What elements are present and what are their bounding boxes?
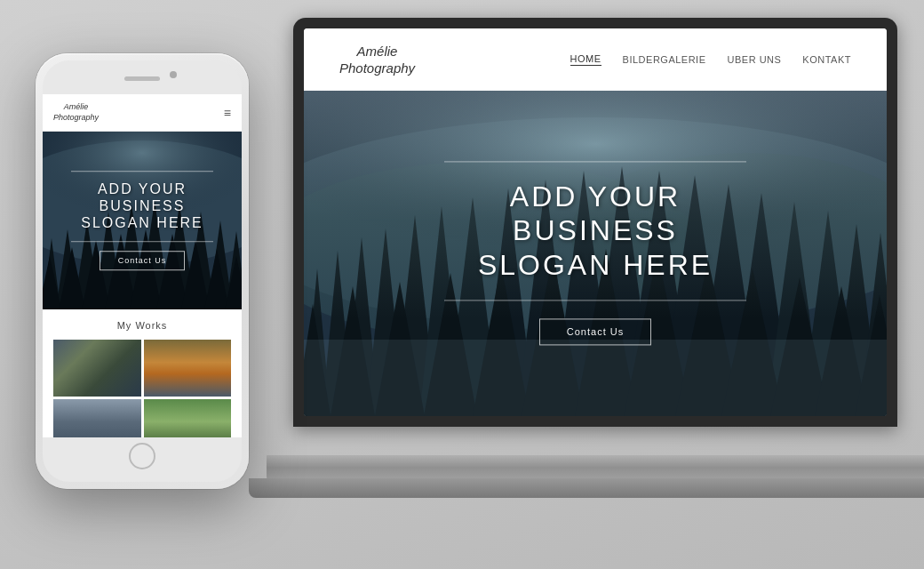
phone-works-grid <box>53 340 231 437</box>
phone-hero-title: ADD YOUR BUSINESS SLOGAN HERE <box>71 180 213 232</box>
scene: Amélie Photography HOME BILDERGALERIE UB… <box>0 0 924 569</box>
laptop-logo-line1: Amélie <box>357 44 398 59</box>
laptop-nav-bildergalerie[interactable]: BILDERGALERIE <box>623 54 706 65</box>
hamburger-icon[interactable]: ≡ <box>224 107 231 119</box>
laptop-nav-kontakt[interactable]: KONTAKT <box>802 54 851 65</box>
phone-hero-bottom-line <box>71 241 213 242</box>
phone-logo: Amélie Photography <box>53 102 99 123</box>
phone-hero-top-line <box>71 171 213 172</box>
laptop-base <box>267 455 924 480</box>
svg-rect-37 <box>304 340 887 416</box>
laptop-hero-top-line <box>444 161 746 162</box>
phone-logo-line1: Amélie <box>64 102 89 111</box>
phone-content: My Works <box>43 309 242 437</box>
laptop-hero: ADD YOUR BUSINESS SLOGAN HERE Contact Us <box>304 91 887 416</box>
laptop-hero-bottom-line <box>444 301 746 301</box>
phone-website: Amélie Photography ≡ <box>43 94 242 437</box>
phone-inner: Amélie Photography ≡ <box>43 60 242 482</box>
phone-grid-item-rocks <box>53 340 141 397</box>
phone-speaker <box>124 76 160 81</box>
phone-logo-line2: Photography <box>53 113 99 122</box>
laptop-nav-uberuns[interactable]: UBER UNS <box>728 54 782 65</box>
laptop-nav: Amélie Photography HOME BILDERGALERIE UB… <box>304 28 887 91</box>
laptop-contact-button[interactable]: Contact Us <box>539 319 651 346</box>
phone-device: Amélie Photography ≡ <box>36 53 249 489</box>
phone-screen: Amélie Photography ≡ <box>43 94 242 437</box>
laptop-base-bottom <box>249 478 924 498</box>
phone-camera <box>170 71 177 78</box>
phone-grid-item-field <box>144 399 232 438</box>
laptop-screen-outer: Amélie Photography HOME BILDERGALERIE UB… <box>293 18 897 427</box>
laptop-hero-title: ADD YOUR BUSINESS SLOGAN HERE <box>444 180 746 282</box>
laptop-website: Amélie Photography HOME BILDERGALERIE UB… <box>304 28 887 416</box>
phone-home-button[interactable] <box>129 443 155 469</box>
phone-grid-item-sunset <box>144 340 232 397</box>
phone-hero: ADD YOUR BUSINESS SLOGAN HERE Contact Us <box>43 132 242 309</box>
laptop-logo: Amélie Photography <box>339 43 415 77</box>
laptop-nav-links: HOME BILDERGALERIE UBER UNS KONTAKT <box>570 53 851 66</box>
laptop-hero-content: ADD YOUR BUSINESS SLOGAN HERE Contact Us <box>444 161 746 345</box>
laptop-screen-bezel: Amélie Photography HOME BILDERGALERIE UB… <box>304 28 887 416</box>
phone-grid-item-eagle <box>53 399 141 438</box>
laptop-nav-home[interactable]: HOME <box>570 53 601 66</box>
laptop-logo-line2: Photography <box>339 60 415 76</box>
phone-contact-button[interactable]: Contact Us <box>100 251 186 270</box>
phone-outer: Amélie Photography ≡ <box>36 53 249 489</box>
laptop-device: Amélie Photography HOME BILDERGALERIE UB… <box>293 18 897 533</box>
phone-nav: Amélie Photography ≡ <box>43 94 242 132</box>
phone-works-title: My Works <box>53 320 231 331</box>
phone-hero-content: ADD YOUR BUSINESS SLOGAN HERE Contact Us <box>71 171 213 270</box>
